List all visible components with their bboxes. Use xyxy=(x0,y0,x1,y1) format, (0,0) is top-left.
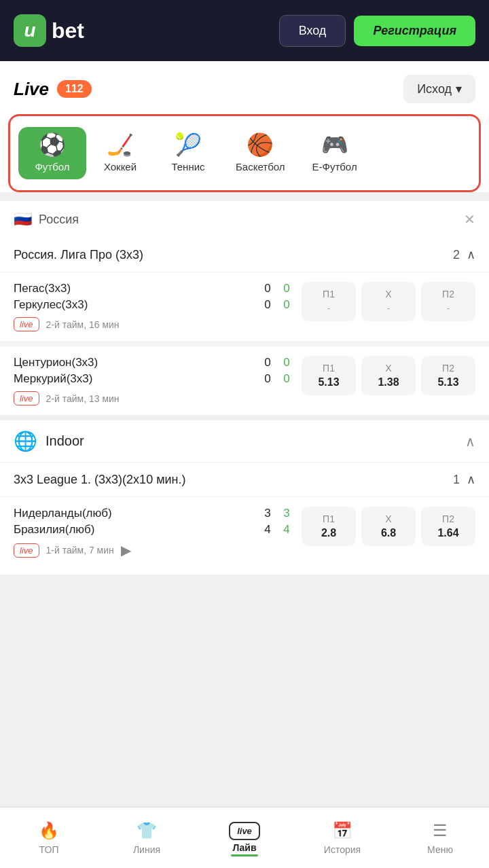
russia-flag-icon: 🇷🇺 xyxy=(14,211,32,228)
league2-name: 3x3 League 1. (3x3)(2x10 мин.) xyxy=(14,473,186,487)
team2-live-score: 0 xyxy=(280,298,293,312)
nav-menu-label: Меню xyxy=(427,844,453,855)
odd-x-value: - xyxy=(386,302,390,314)
match1-live-tag: live xyxy=(14,317,39,331)
match1-odds: П1 - Х - П2 - xyxy=(302,282,475,321)
league1-name: Россия. Лига Про (3x3) xyxy=(14,248,143,262)
team2-score: 0 xyxy=(261,298,274,312)
live-title-area: Live 112 xyxy=(14,79,92,100)
logo-u-icon: u xyxy=(14,14,46,47)
team1-name: Пегас(3x3) xyxy=(14,282,255,295)
match3-odd-x-value: 6.8 xyxy=(381,527,396,539)
live-title: Live xyxy=(14,79,49,100)
league1-chevron-icon: ∧ xyxy=(467,247,475,262)
sport-item-efootball[interactable]: 🎮Е-Футбол xyxy=(299,127,371,179)
nav-history-label: История xyxy=(324,844,361,855)
odd-p2-label: П2 xyxy=(442,289,454,300)
logo-text: bet xyxy=(52,18,84,43)
nav-line-label: Линия xyxy=(133,844,160,855)
basketball-sport-icon: 🏀 xyxy=(247,134,274,156)
hockey-sport-label: Хоккей xyxy=(104,161,137,173)
match3-odd-p1-label: П1 xyxy=(323,513,335,524)
basketball-sport-label: Баскетбол xyxy=(236,161,285,173)
league2-count-area: 1 ∧ xyxy=(453,472,475,487)
flame-icon: 🔥 xyxy=(39,821,59,840)
hamburger-icon: ☰ xyxy=(433,821,448,840)
match2-team2-live-score: 0 xyxy=(280,372,293,386)
sport-item-hockey[interactable]: 🏒Хоккей xyxy=(86,127,154,179)
football-sport-label: Футбол xyxy=(35,161,69,173)
nav-item-live[interactable]: live Лайв xyxy=(196,812,293,863)
league2-chevron-icon: ∧ xyxy=(467,472,475,487)
russia-section-title: Россия xyxy=(39,213,464,227)
register-button[interactable]: Регистрация xyxy=(354,16,475,46)
nav-item-line[interactable]: 👕 Линия xyxy=(98,814,196,862)
league2-count: 1 xyxy=(453,473,460,487)
match1-meta: live 2-й тайм, 16 мин xyxy=(14,317,293,331)
league1-row[interactable]: Россия. Лига Про (3x3) 2 ∧ xyxy=(0,238,489,272)
globe-icon: 🌐 xyxy=(14,430,37,452)
league1-count-area: 2 ∧ xyxy=(453,247,475,262)
stream-icon[interactable]: ▶ xyxy=(121,542,131,558)
russia-section-header: 🇷🇺 Россия ✕ xyxy=(0,200,489,238)
match2-team1-name: Центурион(3x3) xyxy=(14,356,255,369)
match2-team1-score: 0 xyxy=(261,356,274,369)
match3-live-tag: live xyxy=(14,543,39,558)
sport-item-tennis[interactable]: 🎾Теннис xyxy=(154,127,222,179)
team2-name: Геркулес(3x3) xyxy=(14,298,255,312)
match2-odd-p2[interactable]: П2 5.13 xyxy=(421,356,475,395)
match3-row: Нидерланды(люб) 3 3 Бразилия(люб) 4 4 li… xyxy=(14,507,475,558)
live-section: Live 112 Исход ▾ ⚽Футбол🏒Хоккей🎾Теннис🏀Б… xyxy=(0,61,489,192)
russia-close-icon[interactable]: ✕ xyxy=(464,211,475,228)
outcome-filter-button[interactable]: Исход ▾ xyxy=(403,75,475,103)
indoor-title: Indoor xyxy=(46,433,457,449)
match3-odd-p2-label: П2 xyxy=(442,513,454,524)
nav-active-indicator xyxy=(231,854,258,856)
match3-odd-x[interactable]: Х 6.8 xyxy=(361,507,416,546)
match2-container: Центурион(3x3) 0 0 Меркурий(3x3) 0 0 liv… xyxy=(0,341,489,415)
match2-odd-p1[interactable]: П1 5.13 xyxy=(302,356,356,395)
match2-meta: live 2-й тайм, 13 мин xyxy=(14,391,293,405)
odd-x-label: Х xyxy=(385,289,391,300)
odd-p2-value: - xyxy=(446,302,450,314)
match3-info: Нидерланды(люб) 3 3 Бразилия(люб) 4 4 li… xyxy=(14,507,293,558)
match2-team1-row: Центурион(3x3) 0 0 xyxy=(14,356,293,369)
indoor-section-header: 🌐 Indoor ∧ xyxy=(0,415,489,462)
match3-odd-x-label: Х xyxy=(385,513,391,524)
odd-p1-value: - xyxy=(327,302,330,314)
match2-live-tag: live xyxy=(14,391,39,405)
team1-score: 0 xyxy=(261,282,274,295)
odd-p2[interactable]: П2 - xyxy=(421,282,475,321)
odd-p1[interactable]: П1 - xyxy=(302,282,356,321)
football-sport-icon: ⚽ xyxy=(39,134,66,156)
team1-row: Пегас(3x3) 0 0 xyxy=(14,282,293,295)
team2-row: Геркулес(3x3) 0 0 xyxy=(14,298,293,312)
match2-odd-p1-value: 5.13 xyxy=(318,376,339,388)
logo-area: u bet xyxy=(14,14,271,47)
match3-odd-p2[interactable]: П2 1.64 xyxy=(421,507,475,546)
match3-container: Нидерланды(люб) 3 3 Бразилия(люб) 4 4 li… xyxy=(0,496,489,575)
indoor-chevron-icon: ∧ xyxy=(465,433,475,450)
live-count-badge: 112 xyxy=(57,80,92,98)
match2-odds: П1 5.13 Х 1.38 П2 5.13 xyxy=(302,356,475,395)
nav-live-label: Лайв xyxy=(232,842,256,853)
login-button[interactable]: Вход xyxy=(279,15,346,47)
hockey-sport-icon: 🏒 xyxy=(107,134,134,156)
sport-item-football[interactable]: ⚽Футбол xyxy=(18,127,86,179)
match3-team2-score: 4 xyxy=(261,523,274,537)
odd-x[interactable]: Х - xyxy=(361,282,416,321)
match2-odd-x[interactable]: Х 1.38 xyxy=(361,356,416,395)
match2-team2-name: Меркурий(3x3) xyxy=(14,372,255,386)
nav-item-menu[interactable]: ☰ Меню xyxy=(391,814,489,862)
sport-item-basketball[interactable]: 🏀Баскетбол xyxy=(222,127,299,179)
match2-odd-p2-label: П2 xyxy=(442,363,454,374)
nav-item-top[interactable]: 🔥 ТОП xyxy=(0,814,98,862)
nav-top-label: ТОП xyxy=(39,844,59,855)
match2-info: Центурион(3x3) 0 0 Меркурий(3x3) 0 0 liv… xyxy=(14,356,293,405)
match3-odd-p1[interactable]: П1 2.8 xyxy=(302,507,356,546)
match2-odd-p1-label: П1 xyxy=(323,363,335,374)
nav-item-history[interactable]: 📅 История xyxy=(293,814,391,862)
match2-team2-row: Меркурий(3x3) 0 0 xyxy=(14,372,293,386)
league2-row[interactable]: 3x3 League 1. (3x3)(2x10 мин.) 1 ∧ xyxy=(0,462,489,496)
odd-p1-label: П1 xyxy=(323,289,335,300)
